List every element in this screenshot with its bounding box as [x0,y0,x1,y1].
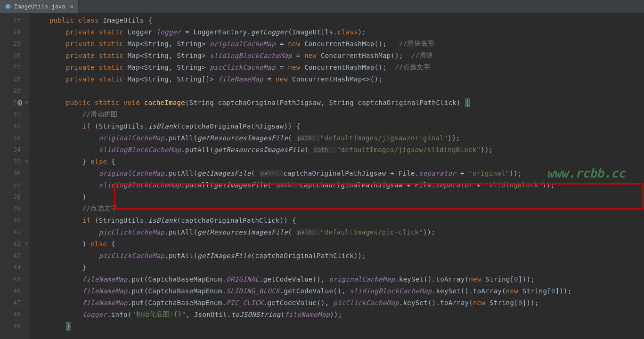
code-line[interactable]: //点选文字 [29,202,644,214]
code-line[interactable]: picClickCacheMap.putAll(getImagesFile(ca… [29,250,644,261]
svg-text:C: C [7,4,10,9]
code-area[interactable]: public class ImageUtils { private static… [29,13,644,339]
line-number: 33 [0,132,29,144]
code-line[interactable]: logger.info("初始化底图:{}", JsonUtil.toJSONS… [29,308,644,320]
override-marker-icon[interactable]: @ [18,99,22,106]
code-line[interactable]: if (StringUtils.isBlank(captchaOriginalP… [29,120,644,132]
code-line[interactable]: private static Map<String, String> picCl… [29,61,644,73]
code-line[interactable]: slidingBlockCacheMap.putAll(getResources… [29,144,644,155]
line-number: 41 [0,226,29,238]
code-line[interactable]: public static void cacheImage(String cap… [29,97,644,108]
code-line[interactable]: originalCacheMap.putAll(getResourcesImag… [29,132,644,144]
code-line[interactable]: originalCacheMap.putAll(getImagesFile( p… [29,167,644,179]
code-line[interactable]: private static Logger logger = LoggerFac… [29,26,644,38]
line-number: 27 [0,61,29,73]
code-line[interactable]: private static Map<String, String> origi… [29,38,644,49]
line-number: 38 [0,191,29,202]
line-number: 30@⊟ [0,97,29,108]
line-number: 35⊟ [0,155,29,167]
code-line[interactable]: //滑动拼图 [29,108,644,120]
line-number: 36 [0,167,29,179]
line-number: 45 [0,273,29,285]
line-number: 39 [0,202,29,214]
code-line[interactable]: } else { [29,155,644,167]
line-number: 32 [0,120,29,132]
code-line[interactable]: } [29,191,644,202]
gutter[interactable]: 23 24 25 26 27 28 29 30@⊟ 31 32 33 34 35… [0,13,29,339]
code-line[interactable]: public class ImageUtils { [29,14,644,26]
code-line[interactable]: slidingBlockCacheMap.putAll(getImagesFil… [29,179,644,191]
file-tab[interactable]: C ImageUtils.java × [0,0,79,13]
code-line[interactable]: fileNameMap.put(CaptchaBaseMapEnum.PIC_C… [29,297,644,308]
editor: 23 24 25 26 27 28 29 30@⊟ 31 32 33 34 35… [0,13,644,339]
code-line[interactable]: private static Map<String, String> slidi… [29,49,644,61]
line-number: 42⊟ [0,238,29,250]
fold-icon[interactable]: ⊟ [25,100,28,105]
line-number: 26 [0,49,29,61]
code-line[interactable] [29,85,644,97]
code-line[interactable]: if (StringUtils.isBlank(captchaOriginalP… [29,214,644,226]
line-number: 24 [0,26,29,38]
code-line[interactable]: private static Map<String, String[]> fil… [29,73,644,85]
code-line[interactable]: } [29,320,644,332]
line-number: 31 [0,108,29,120]
line-number: 44 [0,261,29,273]
line-number: 25 [0,38,29,49]
close-icon[interactable]: × [70,3,73,10]
line-number: 49 [0,320,29,332]
line-number: 43 [0,250,29,261]
line-number: 40 [0,214,29,226]
line-number: 29 [0,85,29,97]
code-line[interactable]: } else { [29,238,644,250]
fold-icon[interactable]: ⊟ [25,241,28,246]
line-number: 48 [0,308,29,320]
code-line[interactable]: } [29,261,644,273]
line-number: 46 [0,285,29,297]
line-number: 37 [0,179,29,191]
code-line[interactable]: fileNameMap.put(CaptchaBaseMapEnum.SLIDI… [29,285,644,297]
line-number: 47 [0,297,29,308]
line-number: 23 [0,14,29,26]
code-line[interactable]: picClickCacheMap.putAll(getResourcesImag… [29,226,644,238]
tab-bar: C ImageUtils.java × [0,0,644,13]
java-class-icon: C [5,3,11,10]
line-number: 34 [0,144,29,155]
fold-icon[interactable]: ⊟ [25,159,28,164]
code-line[interactable]: fileNameMap.put(CaptchaBaseMapEnum.ORIGI… [29,273,644,285]
tab-filename: ImageUtils.java [14,3,65,10]
line-number: 28 [0,73,29,85]
